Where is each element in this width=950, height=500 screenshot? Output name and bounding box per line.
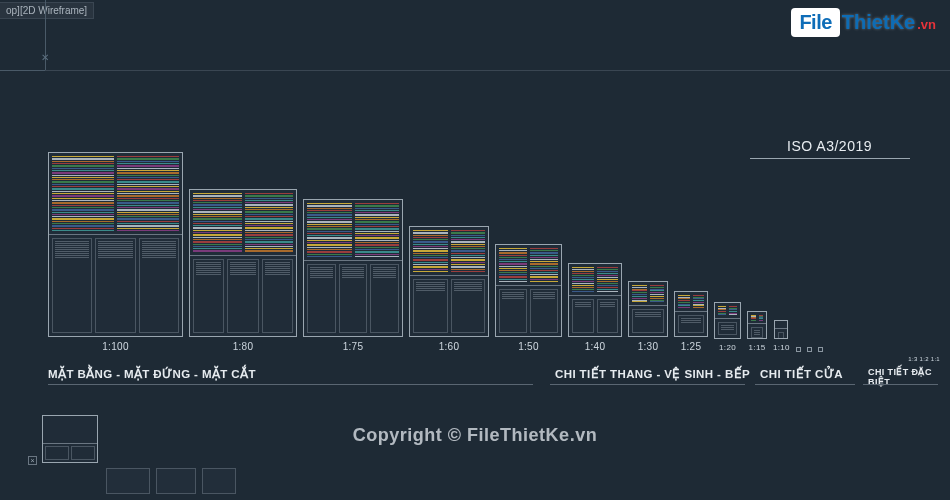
scale-label: 1:100 <box>102 341 129 352</box>
scale-sheet[interactable]: 1:25 <box>674 291 708 352</box>
scale-label: 1:20 <box>719 343 736 352</box>
scale-label: 1:50 <box>518 341 539 352</box>
scale-label: 1:10 <box>773 343 790 352</box>
section-rule-d <box>863 384 938 385</box>
scale-sheet[interactable]: 1:40 <box>568 263 622 352</box>
scale-sheet[interactable]: 1:60 <box>409 226 489 352</box>
scale-sheet[interactable]: 1:100 <box>48 152 183 352</box>
scale-sheet[interactable]: 1:10 <box>773 320 790 352</box>
brand-name: ThietKe <box>842 11 915 34</box>
scale-sheet[interactable] <box>818 347 823 352</box>
scale-sheet[interactable]: 1:30 <box>628 281 668 352</box>
close-marker-icon[interactable]: × <box>28 456 37 465</box>
scale-label: 1:40 <box>585 341 606 352</box>
ghost-thumb <box>202 468 236 494</box>
origin-marker: ✕ <box>41 52 49 60</box>
brand-tld: .vn <box>917 17 936 32</box>
section-rule-a <box>48 384 533 385</box>
scale-label: 1:15 <box>749 343 766 352</box>
viewport-label: op][2D Wireframe] <box>0 2 94 19</box>
scale-label: 1:75 <box>343 341 364 352</box>
section-heading-plans: MẶT BẰNG - MẶT ĐỨNG - MẶT CẮT <box>48 367 256 381</box>
micro-scale-labels: 1:3 1:2 1:1 <box>908 356 940 362</box>
scale-label: 1:80 <box>233 341 254 352</box>
ghost-thumb <box>106 468 150 494</box>
section-rule-c <box>755 384 855 385</box>
scale-label: 1:60 <box>439 341 460 352</box>
brand-box: File <box>791 8 839 37</box>
section-rule-b <box>550 384 745 385</box>
section-heading-details-stair: CHI TIẾT THANG - VỆ SINH - BẾP <box>555 367 750 381</box>
scale-sheet[interactable]: 1:20 <box>714 302 741 352</box>
brand-watermark: File ThietKe .vn <box>791 8 936 37</box>
ghost-thumb <box>156 468 196 494</box>
scale-sheet[interactable]: 1:80 <box>189 189 297 352</box>
guide-horizontal-main <box>45 70 950 71</box>
scale-sheet-row[interactable]: 1:1001:801:751:601:501:401:301:251:201:1… <box>48 152 928 352</box>
copyright-watermark: Copyright © FileThietKe.vn <box>0 425 950 446</box>
scale-sheet[interactable] <box>807 347 812 352</box>
guide-horizontal-left <box>0 70 45 71</box>
scale-sheet[interactable]: 1:15 <box>747 311 767 352</box>
scale-sheet[interactable]: 1:50 <box>495 244 562 352</box>
scale-label: 1:25 <box>681 341 702 352</box>
scale-label: 1:30 <box>638 341 659 352</box>
section-heading-door-details: CHI TIẾT CỬA <box>760 367 843 381</box>
scale-sheet[interactable] <box>796 347 801 352</box>
scale-sheet[interactable]: 1:75 <box>303 199 403 352</box>
